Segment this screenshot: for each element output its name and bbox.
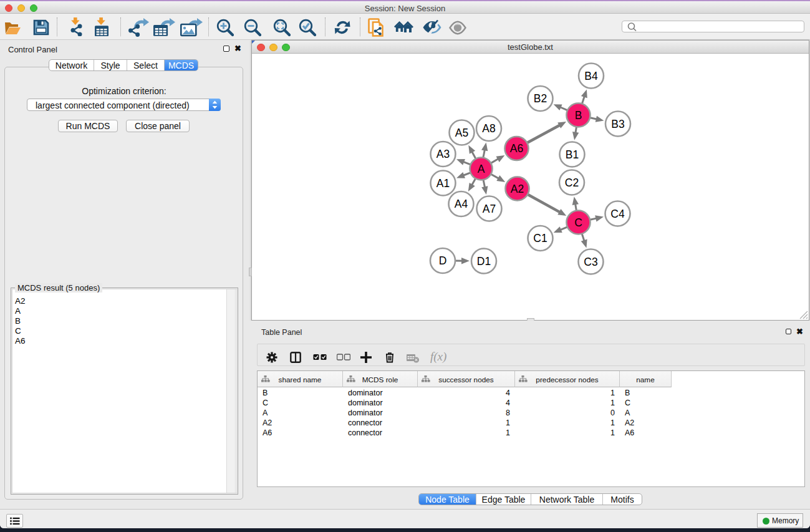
- svg-text:C1: C1: [533, 232, 547, 244]
- svg-text:A: A: [478, 163, 485, 175]
- svg-text:A4: A4: [455, 198, 468, 210]
- svg-text:A1: A1: [436, 177, 450, 190]
- svg-text:C3: C3: [584, 256, 597, 268]
- svg-text:C4: C4: [610, 208, 625, 220]
- svg-text:D1: D1: [477, 255, 491, 268]
- svg-text:A2: A2: [511, 183, 524, 195]
- svg-text:f(x): f(x): [430, 351, 446, 364]
- svg-text:B3: B3: [611, 118, 624, 130]
- svg-text:A8: A8: [482, 122, 495, 135]
- svg-text:C: C: [574, 216, 582, 229]
- svg-text:B2: B2: [534, 92, 547, 105]
- svg-text:B4: B4: [584, 70, 598, 82]
- svg-text:A7: A7: [483, 203, 496, 215]
- svg-text:C2: C2: [565, 177, 579, 189]
- svg-text:D: D: [439, 254, 447, 267]
- svg-text:B: B: [575, 109, 582, 122]
- svg-text:A5: A5: [455, 127, 468, 139]
- svg-text:A6: A6: [510, 142, 523, 155]
- svg-text:B1: B1: [566, 148, 579, 161]
- svg-text:A3: A3: [436, 148, 450, 160]
